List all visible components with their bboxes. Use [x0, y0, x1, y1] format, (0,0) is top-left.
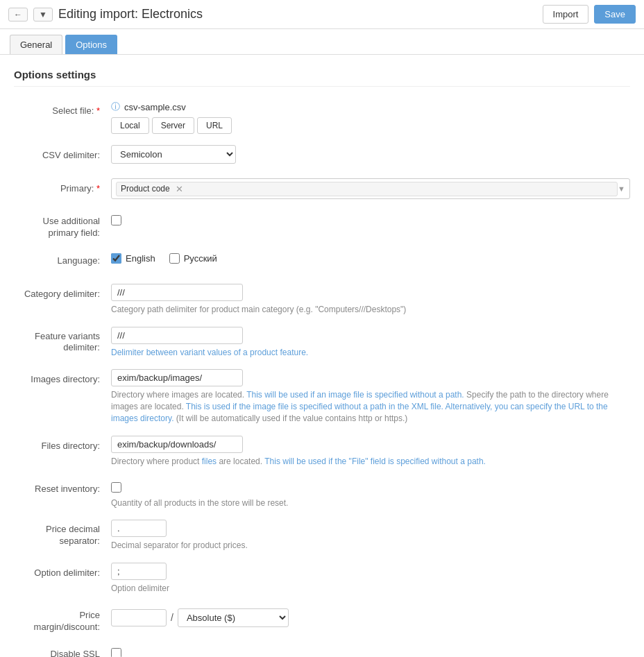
price-decimal-hint: Decimal separator for product prices. — [111, 540, 630, 552]
feature-variants-hint: Delimiter between variant values of a pr… — [111, 347, 630, 359]
files-directory-hint: Directory where product files are locate… — [111, 456, 630, 468]
reset-inventory-hint: Quantity of all products in the store wi… — [111, 497, 630, 509]
lang-english-item: English — [111, 253, 155, 264]
price-decimal-input[interactable] — [111, 520, 167, 537]
price-decimal-row: Price decimal separator: Decimal separat… — [14, 520, 630, 552]
price-margin-type-select[interactable]: Absolute ($) Percent (%) — [178, 608, 289, 627]
option-delimiter-row: Option delimiter: Option delimiter — [14, 563, 630, 595]
lang-russian-item: Русский — [169, 253, 217, 264]
language-row: Language: English Русский — [14, 250, 630, 273]
price-decimal-label: Price decimal separator: — [14, 520, 111, 547]
primary-control: Product code ✕ ▼ — [111, 178, 630, 199]
disable-ssl-label: Disable SSL certificate verification: — [14, 645, 111, 657]
images-directory-hint: Directory where images are located. This… — [111, 389, 630, 424]
back-button[interactable]: ← — [8, 8, 28, 22]
primary-tag-text: Product code — [121, 184, 170, 194]
feature-variants-row: Feature variants delimiter: Delimiter be… — [14, 327, 630, 359]
file-source-buttons: Local Server URL — [111, 117, 630, 134]
select-file-label: Select file: * — [14, 101, 111, 117]
select-file-control: ⓘ csv-sample.csv Local Server URL — [111, 101, 630, 134]
option-delimiter-hint: Option delimiter — [111, 583, 630, 595]
images-directory-row: Images directory: Directory where images… — [14, 369, 630, 424]
tabs-bar: General Options — [0, 29, 644, 55]
category-delimiter-control: Category path delimiter for product main… — [111, 284, 630, 316]
primary-label: Primary: * — [14, 178, 111, 195]
dropdown-nav-button[interactable]: ▼ — [33, 8, 53, 22]
primary-row: Primary: * Product code ✕ ▼ — [14, 178, 630, 200]
files-directory-row: Files directory: Directory where product… — [14, 436, 630, 468]
lang-english-checkbox[interactable] — [111, 253, 121, 264]
csv-delimiter-select[interactable]: Semicolon Comma Tab Pipe — [111, 145, 236, 164]
primary-tag: Product code ✕ — [116, 182, 618, 196]
server-button[interactable]: Server — [152, 117, 194, 134]
use-additional-row: Use additional primary field: — [14, 212, 630, 239]
images-directory-input[interactable] — [111, 369, 243, 386]
lang-english-label: English — [126, 253, 155, 264]
disable-ssl-checkbox[interactable] — [111, 648, 121, 657]
tab-general[interactable]: General — [10, 35, 62, 54]
category-delimiter-row: Category delimiter: Category path delimi… — [14, 284, 630, 316]
csv-delimiter-row: CSV delimiter: Semicolon Comma Tab Pipe — [14, 145, 630, 167]
files-directory-control: Directory where product files are locate… — [111, 436, 630, 468]
category-delimiter-hint: Category path delimiter for product main… — [111, 304, 630, 316]
price-margin-control: / Absolute ($) Percent (%) — [111, 606, 630, 627]
feature-variants-input[interactable] — [111, 327, 243, 344]
use-additional-checkbox[interactable] — [111, 215, 121, 225]
use-additional-label: Use additional primary field: — [14, 212, 111, 239]
chevron-down-icon[interactable]: ▼ — [618, 185, 625, 193]
language-label: Language: — [14, 250, 111, 267]
images-directory-label: Images directory: — [14, 369, 111, 386]
save-button[interactable]: Save — [594, 5, 636, 24]
language-options: English Русский — [111, 250, 630, 264]
files-directory-input[interactable] — [111, 436, 243, 453]
category-delimiter-label: Category delimiter: — [14, 284, 111, 300]
price-margin-label: Price margin/discount: — [14, 606, 111, 633]
section-title: Options settings — [14, 69, 630, 87]
reset-inventory-control: Quantity of all products in the store wi… — [111, 479, 630, 509]
lang-russian-label: Русский — [184, 253, 217, 264]
import-button[interactable]: Import — [543, 5, 589, 24]
feature-variants-label: Feature variants delimiter: — [14, 327, 111, 355]
language-control: English Русский — [111, 250, 630, 264]
price-margin-row: Price margin/discount: / Absolute ($) Pe… — [14, 606, 630, 633]
csv-delimiter-control: Semicolon Comma Tab Pipe — [111, 145, 630, 164]
feature-variants-hint-blue: Delimiter between variant values of a pr… — [111, 348, 308, 357]
content-area: Options settings Select file: * ⓘ csv-sa… — [0, 55, 644, 657]
use-additional-control — [111, 212, 630, 228]
price-margin-inputs: / Absolute ($) Percent (%) — [111, 606, 630, 627]
csv-delimiter-label: CSV delimiter: — [14, 145, 111, 162]
reset-inventory-label: Reset inventory: — [14, 479, 111, 495]
files-directory-label: Files directory: — [14, 436, 111, 452]
feature-variants-control: Delimiter between variant values of a pr… — [111, 327, 630, 359]
option-delimiter-input[interactable] — [111, 563, 167, 580]
select-file-row: Select file: * ⓘ csv-sample.csv Local Se… — [14, 101, 630, 134]
price-decimal-control: Decimal separator for product prices. — [111, 520, 630, 552]
file-icon: ⓘ — [111, 101, 120, 113]
file-name-display: ⓘ csv-sample.csv — [111, 101, 630, 113]
reset-inventory-checkbox[interactable] — [111, 482, 121, 493]
reset-inventory-row: Reset inventory: Quantity of all product… — [14, 479, 630, 509]
page-title: Editing import: Electronics — [58, 7, 537, 22]
disable-ssl-row: Disable SSL certificate verification: — [14, 645, 630, 657]
local-button[interactable]: Local — [111, 117, 149, 134]
primary-tag-close[interactable]: ✕ — [176, 184, 183, 194]
file-text: csv-sample.csv — [124, 102, 186, 112]
option-delimiter-label: Option delimiter: — [14, 563, 111, 579]
price-margin-separator: / — [171, 612, 173, 623]
top-bar: ← ▼ Editing import: Electronics Import S… — [0, 0, 644, 29]
option-delimiter-control: Option delimiter — [111, 563, 630, 595]
primary-field-wrap[interactable]: Product code ✕ ▼ — [111, 178, 630, 199]
price-margin-value-input[interactable] — [111, 609, 167, 626]
tab-options[interactable]: Options — [65, 35, 117, 54]
lang-russian-checkbox[interactable] — [169, 253, 180, 264]
url-button[interactable]: URL — [197, 117, 232, 134]
category-delimiter-input[interactable] — [111, 284, 243, 301]
images-directory-control: Directory where images are located. This… — [111, 369, 630, 424]
disable-ssl-control — [111, 645, 630, 657]
